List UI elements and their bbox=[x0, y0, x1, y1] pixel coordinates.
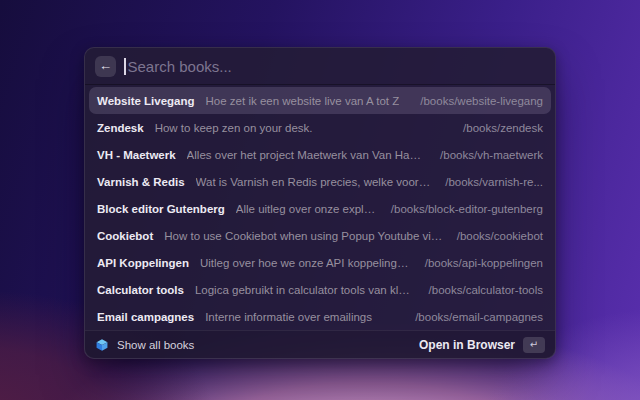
book-path: /books/vh-maetwerk bbox=[426, 149, 543, 161]
open-in-browser-button[interactable]: Open in Browser ↵ bbox=[419, 337, 545, 353]
book-path: /books/cookiebot bbox=[443, 230, 543, 242]
book-row-website-livegang[interactable]: Website Livegang Hoe zet ik een website … bbox=[89, 87, 551, 114]
book-description: Uitleg over hoe we onze API koppelingen … bbox=[200, 257, 411, 269]
book-title: Website Livegang bbox=[97, 95, 195, 107]
back-button[interactable]: ← bbox=[95, 56, 116, 77]
book-path: /books/email-campagnes bbox=[401, 311, 543, 323]
show-all-books-button[interactable]: Show all books bbox=[95, 338, 194, 352]
book-path: /books/calculator-tools bbox=[415, 284, 543, 296]
text-caret bbox=[124, 58, 126, 75]
book-title: Block editor Gutenberg bbox=[97, 203, 225, 215]
open-in-browser-label: Open in Browser bbox=[419, 338, 515, 352]
book-row-vh-maetwerk[interactable]: VH - Maetwerk Alles over het project Mae… bbox=[89, 141, 551, 168]
book-row-varnish-redis[interactable]: Varnish & Redis Wat is Varnish en Redis … bbox=[89, 168, 551, 195]
book-row-api-koppelingen[interactable]: API Koppelingen Uitleg over hoe we onze … bbox=[89, 249, 551, 276]
book-path: /books/api-koppelingen bbox=[411, 257, 543, 269]
footer-bar: Show all books Open in Browser ↵ bbox=[85, 330, 555, 358]
arrow-left-icon: ← bbox=[99, 56, 112, 76]
book-description: Hoe zet ik een website live van A tot Z bbox=[206, 95, 400, 107]
book-path: /books/zendesk bbox=[449, 122, 543, 134]
book-results-list: Website Livegang Hoe zet ik een website … bbox=[85, 85, 555, 330]
book-row-block-editor-gutenberg[interactable]: Block editor Gutenberg Alle uitleg over … bbox=[89, 195, 551, 222]
books-cube-logo-icon bbox=[95, 338, 109, 352]
search-bar: ← bbox=[85, 48, 555, 85]
book-description: Alle uitleg over onze expliciet-gutenber… bbox=[236, 203, 377, 215]
book-description: How to use Cookiebot when using Popup Yo… bbox=[164, 230, 442, 242]
book-title: Cookiebot bbox=[97, 230, 153, 242]
show-all-books-label: Show all books bbox=[117, 339, 194, 351]
enter-key-badge: ↵ bbox=[523, 337, 545, 353]
search-palette-window: ← Website Livegang Hoe zet ik een websit… bbox=[84, 47, 556, 359]
book-description: Logica gebruikt in calculator tools van … bbox=[195, 284, 415, 296]
book-title: Zendesk bbox=[97, 122, 144, 134]
book-title: Email campagnes bbox=[97, 311, 194, 323]
book-row-email-campagnes[interactable]: Email campagnes Interne informatie over … bbox=[89, 303, 551, 330]
book-row-calculator-tools[interactable]: Calculator tools Logica gebruikt in calc… bbox=[89, 276, 551, 303]
book-title: API Koppelingen bbox=[97, 257, 189, 269]
book-description: Alles over het project Maetwerk van Van … bbox=[187, 149, 426, 161]
book-title: Calculator tools bbox=[97, 284, 184, 296]
book-row-zendesk[interactable]: Zendesk How to keep zen on your desk. /b… bbox=[89, 114, 551, 141]
book-title: Varnish & Redis bbox=[97, 176, 185, 188]
book-path: /books/website-livegang bbox=[406, 95, 543, 107]
book-row-cookiebot[interactable]: Cookiebot How to use Cookiebot when usin… bbox=[89, 222, 551, 249]
book-description: Wat is Varnish en Redis precies, welke v… bbox=[196, 176, 432, 188]
book-path: /books/varnish-re... bbox=[431, 176, 543, 188]
search-input[interactable] bbox=[128, 58, 546, 75]
book-path: /books/block-editor-gutenberg bbox=[377, 203, 543, 215]
book-description: How to keep zen on your desk. bbox=[155, 122, 313, 134]
book-description: Interne informatie over emailings bbox=[205, 311, 372, 323]
book-title: VH - Maetwerk bbox=[97, 149, 176, 161]
